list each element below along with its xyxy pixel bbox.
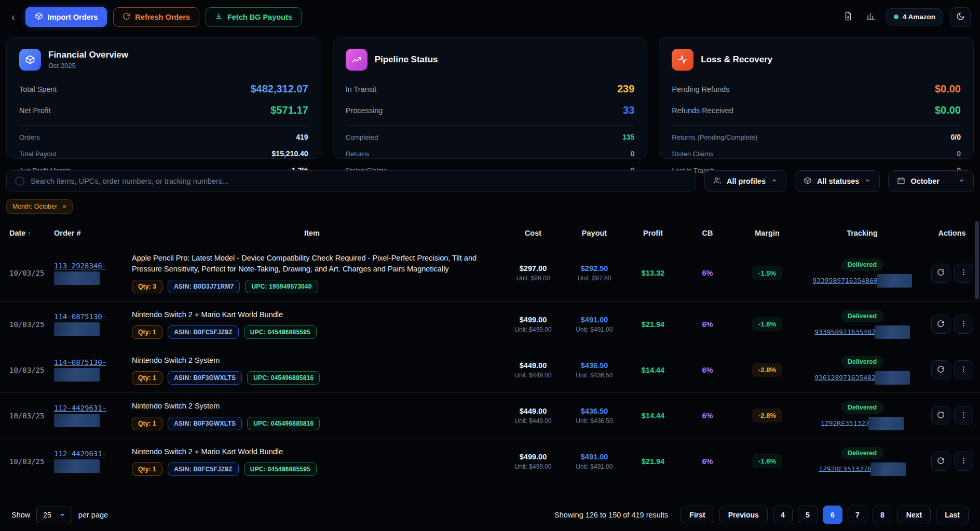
cost-unit: Unit: $449.00 bbox=[502, 372, 564, 379]
users-icon bbox=[713, 176, 722, 186]
fetch-payouts-button[interactable]: Fetch BG Payouts bbox=[206, 7, 302, 27]
payout-unit: Unit: $491.00 bbox=[564, 463, 625, 470]
refresh-orders-button[interactable]: Refresh Orders bbox=[113, 7, 199, 27]
statuses-dropdown-label: All statuses bbox=[817, 177, 859, 185]
metric-label: In Transit bbox=[346, 85, 377, 93]
metric-label: Stolen Claims bbox=[672, 150, 713, 158]
order-number-link[interactable]: 114-0875130- bbox=[54, 358, 106, 366]
pagination-bar: Show 25 per page Showing 126 to 150 of 4… bbox=[0, 498, 980, 531]
row-menu-button[interactable] bbox=[954, 315, 973, 334]
scrollbar-thumb[interactable] bbox=[975, 221, 979, 299]
header-tracking[interactable]: Tracking bbox=[800, 229, 924, 237]
in-transit-value: 239 bbox=[617, 83, 634, 95]
refresh-order-button[interactable] bbox=[931, 360, 950, 379]
last-page-button[interactable]: Last bbox=[936, 506, 969, 524]
kebab-menu-icon bbox=[960, 268, 968, 278]
account-selector[interactable]: 4 Amazon bbox=[886, 8, 943, 25]
show-label: Show bbox=[11, 511, 30, 519]
orders-value: 419 bbox=[296, 133, 308, 141]
returns-pc-value: 0/0 bbox=[951, 133, 961, 141]
previous-page-button[interactable]: Previous bbox=[719, 506, 768, 524]
kebab-menu-icon bbox=[960, 320, 968, 329]
delivery-status-badge: Delivered bbox=[841, 401, 883, 414]
page-button-6[interactable]: 6 bbox=[823, 506, 842, 524]
profiles-dropdown[interactable]: All profiles bbox=[704, 170, 786, 192]
cost-total: $449.00 bbox=[502, 407, 564, 415]
header-date[interactable]: Date↑ bbox=[0, 229, 54, 237]
asin-badge: ASIN: B0D3J71RM7 bbox=[168, 280, 240, 293]
search-icon bbox=[15, 176, 24, 186]
month-dropdown[interactable]: October bbox=[888, 170, 974, 192]
tracking-number-link[interactable]: 9339589716354860 bbox=[812, 277, 877, 284]
statuses-dropdown[interactable]: All statuses bbox=[795, 170, 880, 192]
profit-value: $14.44 bbox=[642, 366, 664, 374]
redacted-tracking-suffix bbox=[870, 462, 906, 476]
card-title: Loss & Recovery bbox=[701, 55, 772, 65]
close-icon[interactable]: ✕ bbox=[62, 203, 66, 210]
page-button-7[interactable]: 7 bbox=[848, 506, 867, 524]
divider bbox=[19, 125, 308, 126]
top-toolbar: ‹ Import Orders Refresh Orders Fetch BG … bbox=[0, 0, 980, 32]
theme-toggle-button[interactable] bbox=[950, 7, 971, 27]
row-menu-button[interactable] bbox=[954, 360, 973, 379]
export-file-button[interactable] bbox=[840, 8, 856, 25]
activity-icon bbox=[672, 49, 693, 71]
results-summary: Showing 126 to 150 of 419 results bbox=[554, 511, 668, 519]
page-button-5[interactable]: 5 bbox=[798, 506, 818, 524]
chevron-down-icon bbox=[864, 177, 871, 185]
table-row: 10/03/25 114-0875130- Nintendo Switch 2 … bbox=[0, 301, 980, 347]
header-item[interactable]: Item bbox=[132, 229, 502, 237]
status-dot-icon bbox=[894, 15, 899, 19]
refresh-order-button[interactable] bbox=[931, 315, 950, 334]
order-number-link[interactable]: 112-4429631- bbox=[54, 450, 106, 458]
order-date: 10/03/25 bbox=[9, 269, 44, 277]
first-page-button[interactable]: First bbox=[680, 506, 714, 524]
chip-label: Month: October bbox=[12, 203, 57, 210]
analytics-button[interactable] bbox=[863, 8, 879, 25]
row-menu-button[interactable] bbox=[954, 452, 973, 471]
payout-total: $436.50 bbox=[564, 407, 625, 415]
page-button-4[interactable]: 4 bbox=[773, 506, 793, 524]
scrollbar-track[interactable] bbox=[975, 221, 979, 470]
filter-bar: All profiles All statuses October bbox=[6, 170, 974, 192]
item-title: Nintendo Switch 2 System bbox=[132, 355, 492, 366]
row-menu-button[interactable] bbox=[954, 406, 973, 425]
header-order[interactable]: Order # bbox=[54, 229, 132, 237]
row-menu-button[interactable] bbox=[954, 264, 973, 283]
tracking-number-link[interactable]: 1Z92RE351327 bbox=[821, 419, 869, 427]
trending-up-icon bbox=[346, 49, 367, 71]
metric-label: Processing bbox=[346, 106, 383, 115]
tracking-number-link[interactable]: 933958971635482 bbox=[814, 328, 875, 335]
refresh-icon bbox=[937, 411, 945, 420]
import-orders-button[interactable]: Import Orders bbox=[25, 7, 107, 27]
moon-icon bbox=[956, 12, 965, 22]
page-button-8[interactable]: 8 bbox=[873, 506, 892, 524]
tracking-number-link[interactable]: 936128971635482 bbox=[814, 373, 875, 381]
card-title: Pipeline Status bbox=[375, 55, 438, 65]
active-filters: Month: October ✕ bbox=[6, 199, 974, 214]
refresh-order-button[interactable] bbox=[931, 452, 950, 471]
metric-label: Refunds Received bbox=[672, 106, 733, 115]
refresh-order-button[interactable] bbox=[931, 406, 950, 425]
page-size-select[interactable]: 25 bbox=[36, 507, 72, 523]
tracking-number-link[interactable]: 1Z92RE3513278 bbox=[819, 465, 872, 472]
header-profit[interactable]: Profit bbox=[625, 229, 681, 237]
qty-badge: Qty: 3 bbox=[132, 280, 162, 293]
header-payout[interactable]: Payout bbox=[564, 229, 625, 237]
chevron-down-icon bbox=[771, 177, 778, 185]
header-cost[interactable]: Cost bbox=[502, 229, 564, 237]
back-button[interactable]: ‹ bbox=[7, 9, 19, 25]
metric-label: Pending Refunds bbox=[672, 85, 729, 93]
header-margin[interactable]: Margin bbox=[734, 229, 800, 237]
next-page-button[interactable]: Next bbox=[897, 506, 931, 524]
month-filter-chip[interactable]: Month: October ✕ bbox=[6, 199, 73, 214]
order-number-link[interactable]: 114-0875130- bbox=[54, 312, 106, 321]
refresh-order-button[interactable] bbox=[931, 264, 950, 283]
header-cb[interactable]: CB bbox=[681, 229, 734, 237]
order-number-link[interactable]: 112-4429631- bbox=[54, 404, 106, 412]
fetch-payouts-label: Fetch BG Payouts bbox=[227, 13, 292, 21]
order-number-link[interactable]: 113-2928346- bbox=[54, 262, 106, 270]
search-input[interactable] bbox=[31, 177, 687, 185]
upc-badge: UPC: 045496885595 bbox=[244, 462, 317, 476]
cashback-value: 6% bbox=[702, 412, 713, 420]
